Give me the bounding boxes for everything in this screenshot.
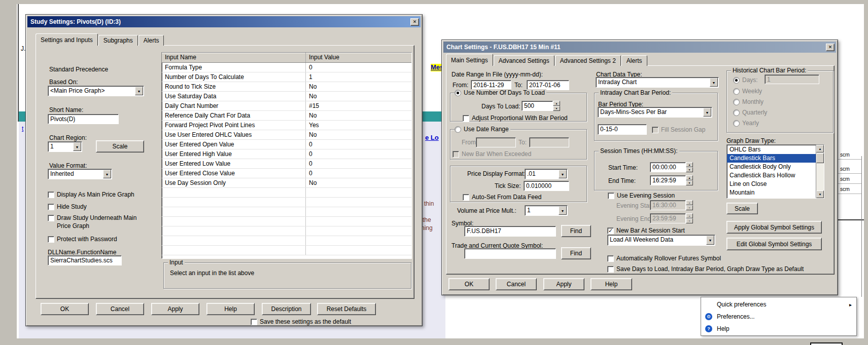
weekly-radio[interactable]: Weekly — [733, 88, 762, 95]
table-row-empty[interactable] — [162, 198, 411, 207]
from-date-input[interactable]: 2016-11-29 — [471, 80, 511, 90]
draw-study-underneath-checkbox[interactable]: Draw Study Underneath Main Price Graph — [48, 214, 142, 230]
price-display-format-select[interactable]: .01 — [525, 169, 568, 179]
table-row[interactable]: Use User Entered OHLC ValuesNo — [162, 130, 411, 140]
save-settings-default-checkbox[interactable]: Save these settings as the default — [251, 318, 351, 326]
partial-button-bottom-right[interactable] — [810, 342, 843, 345]
spin-up-icon[interactable] — [686, 162, 693, 167]
table-row-empty[interactable] — [162, 188, 411, 198]
chart-scale-button[interactable]: Scale — [726, 203, 758, 214]
menu-item-quick-preferences[interactable]: Quick preferences ▸ — [701, 298, 856, 311]
tick-size-input[interactable]: 0.010000 — [524, 181, 569, 191]
auto-set-data-feed-checkbox[interactable]: Auto-Set From Data Feed — [463, 194, 541, 201]
tab-subgraphs[interactable]: Subgraphs — [98, 35, 138, 46]
table-row[interactable]: Number of Days To Calculate1 — [162, 72, 411, 82]
weekend-data-select[interactable]: Load All Weekend Data — [607, 235, 715, 246]
e-lo-link[interactable]: e Lo — [425, 134, 439, 142]
link-fragment-t[interactable]: t — [22, 126, 23, 133]
table-row[interactable]: User Entered High Value0 — [162, 149, 411, 159]
tab-main-settings[interactable]: Main Settings — [446, 54, 493, 66]
study-settings-titlebar[interactable]: Study Settings: Pivots(D) (ID:3) ✕ — [27, 16, 421, 27]
edit-global-symbol-settings-button[interactable]: Edit Global Symbol Settings — [726, 238, 822, 250]
dropdown-arrow-icon[interactable] — [559, 206, 567, 215]
table-row[interactable]: Forward Project Pivot Point LinesYes — [162, 121, 411, 130]
to-date-input[interactable]: 2017-01-06 — [527, 80, 569, 90]
table-row-empty[interactable] — [162, 246, 411, 255]
help-button[interactable]: Help — [591, 278, 632, 290]
close-icon[interactable]: ✕ — [410, 18, 419, 26]
help-button[interactable]: Help — [206, 303, 255, 315]
table-row[interactable]: User Entered Open Value0 — [162, 140, 411, 149]
menu-item-help[interactable]: ? Help — [701, 323, 856, 335]
tab-advanced-settings[interactable]: Advanced Settings — [494, 55, 554, 66]
spin-down-icon[interactable] — [553, 106, 560, 111]
table-row[interactable]: Reference Daily Chart For DataNo — [162, 111, 411, 121]
days-radio[interactable]: Days: — [733, 76, 758, 84]
dropdown-arrow-icon[interactable] — [559, 170, 567, 178]
dropdown-arrow-icon[interactable] — [703, 108, 711, 117]
bar-period-type-select[interactable]: Days-Mins-Secs Per Bar — [598, 107, 712, 118]
reset-defaults-button[interactable]: Reset Defaults — [317, 303, 376, 315]
dropdown-arrow-icon[interactable] — [710, 78, 718, 87]
list-item[interactable]: Candlestick Bars Hollow — [727, 171, 816, 180]
description-button[interactable]: Description — [262, 303, 311, 315]
chart-settings-titlebar[interactable]: Chart Settings - F.US.DBH17 15 Min #11 ✕ — [443, 42, 836, 53]
days-to-load-spinner[interactable] — [553, 101, 560, 111]
table-row[interactable]: Daily Chart Number#15 — [162, 101, 411, 111]
list-item[interactable]: Candlestick Body Only — [727, 163, 816, 171]
days-to-load-input[interactable]: 500 — [522, 101, 553, 111]
cancel-button[interactable]: Cancel — [496, 278, 537, 290]
chart-data-type-select[interactable]: Intraday Chart — [596, 77, 719, 88]
dropdown-arrow-icon[interactable] — [706, 236, 714, 245]
dropdown-arrow-icon[interactable] — [103, 170, 111, 178]
hide-study-checkbox[interactable]: Hide Study — [48, 203, 87, 211]
chart-region-select[interactable]: 1 — [48, 141, 82, 152]
trade-symbol-find-button[interactable]: Find — [561, 247, 591, 259]
new-bar-at-session-start-checkbox[interactable]: New Bar At Session Start — [607, 227, 685, 235]
list-item[interactable]: OHLC Bars — [727, 145, 816, 154]
adjust-proportional-checkbox[interactable]: Adjust Proportional With Bar Period — [463, 114, 568, 122]
symbol-input[interactable]: F.US.DBH17 — [464, 226, 556, 237]
monthly-radio[interactable]: Monthly — [733, 98, 763, 106]
dropdown-arrow-icon[interactable] — [73, 142, 81, 151]
end-time-spinner[interactable] — [686, 175, 693, 185]
based-on-select[interactable]: <Main Price Graph> — [48, 86, 144, 96]
end-time-input[interactable]: 16:29:59 — [650, 175, 686, 185]
list-item[interactable]: Mountain — [727, 188, 816, 197]
scrollbar-track[interactable] — [816, 163, 824, 190]
symbol-find-button[interactable]: Find — [561, 225, 591, 237]
save-as-default-checkbox[interactable]: Save Days to Load, Intraday Bar Period, … — [607, 265, 804, 273]
list-item[interactable]: Line on Close — [727, 180, 816, 188]
start-time-spinner[interactable] — [686, 162, 693, 172]
protect-with-password-checkbox[interactable]: Protect with Password — [48, 236, 117, 243]
apply-global-symbol-settings-button[interactable]: Apply Global Symbol Settings — [726, 221, 822, 234]
table-row-empty[interactable] — [162, 207, 411, 217]
tab-advanced-settings-2[interactable]: Advanced Settings 2 — [555, 55, 621, 66]
ok-button[interactable]: OK — [448, 278, 490, 290]
ok-button[interactable]: OK — [41, 303, 89, 315]
volume-mult-select[interactable]: 1 — [525, 205, 568, 216]
table-row[interactable]: User Entered Low Value0 — [162, 159, 411, 169]
tab-settings-and-inputs[interactable]: Settings and Inputs — [36, 33, 98, 46]
table-row[interactable]: Use Day Session OnlyNo — [162, 178, 411, 188]
table-row[interactable]: User Entered Close Value0 — [162, 169, 411, 178]
spin-down-icon[interactable] — [686, 180, 693, 185]
cancel-button[interactable]: Cancel — [96, 303, 144, 315]
table-row[interactable]: Use Saturday DataNo — [162, 92, 411, 101]
apply-button[interactable]: Apply — [543, 278, 584, 290]
scroll-down-icon[interactable] — [816, 190, 824, 198]
tab-alerts[interactable]: Alerts — [138, 35, 164, 46]
scrollbar-thumb[interactable] — [816, 153, 824, 163]
trade-symbol-input[interactable] — [464, 248, 556, 259]
short-name-input[interactable]: Pivots(D) — [48, 114, 119, 124]
list-item-selected[interactable]: Candlestick Bars — [727, 154, 816, 163]
table-row-empty[interactable] — [162, 226, 411, 236]
table-row-empty[interactable] — [162, 236, 411, 246]
scroll-up-icon[interactable] — [816, 145, 824, 152]
use-number-of-days-radio[interactable]: Use Number Of Days To Load — [455, 89, 546, 97]
scale-button[interactable]: Scale — [96, 140, 144, 152]
use-evening-session-checkbox[interactable]: Use Evening Session — [608, 192, 675, 200]
rollover-futures-checkbox[interactable]: Automatically Rollover Futures Symbol — [607, 255, 721, 262]
table-row[interactable]: Formula Type0 — [162, 63, 411, 72]
quarterly-radio[interactable]: Quarterly — [733, 109, 767, 117]
